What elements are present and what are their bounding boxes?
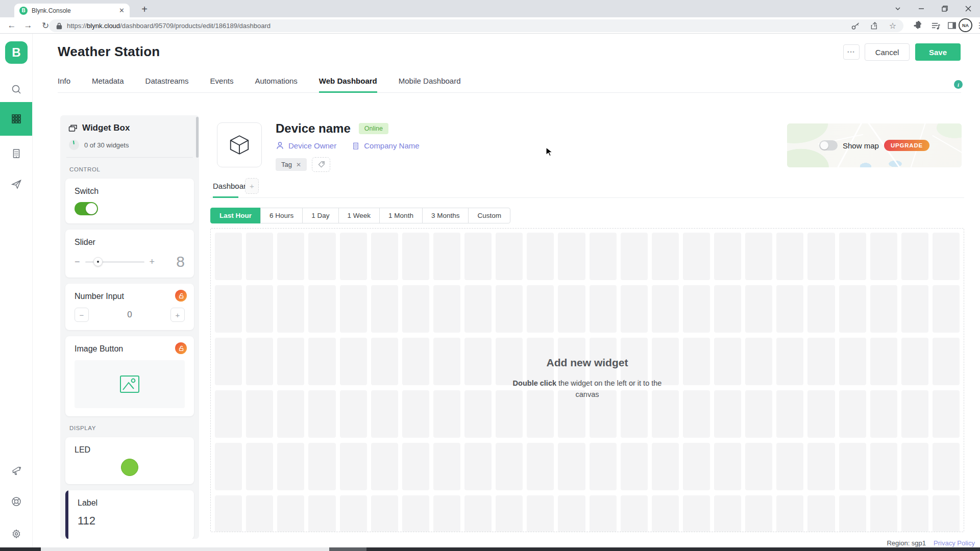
tag-remove-icon[interactable]: ✕ — [296, 161, 301, 168]
grid-cell — [714, 233, 741, 280]
new-tab-button[interactable]: + — [138, 3, 151, 16]
browser-tabbar: B Blynk.Console ✕ + — [0, 0, 980, 17]
widget-card-switch[interactable]: Switch — [65, 179, 194, 223]
slider-thumb[interactable] — [93, 257, 103, 266]
grid-cell — [215, 390, 242, 438]
grid-cell — [807, 285, 835, 333]
forward-icon[interactable]: → — [21, 19, 35, 32]
device-name: Device name — [276, 121, 351, 136]
grid-cell — [340, 338, 367, 385]
sidebar-item-templates[interactable] — [0, 102, 32, 136]
range-6-hours[interactable]: 6 Hours — [260, 208, 303, 223]
device-owner-link[interactable]: Device Owner — [288, 141, 336, 150]
range-3-months[interactable]: 3 Months — [422, 208, 469, 223]
grid-cell — [590, 233, 617, 280]
grid-cell — [652, 443, 679, 490]
browser-tab[interactable]: B Blynk.Console ✕ — [14, 4, 130, 17]
range-custom[interactable]: Custom — [468, 208, 510, 223]
widget-card-image-button[interactable]: Image Button — [65, 336, 194, 416]
device-image-placeholder[interactable] — [217, 122, 262, 167]
window-restore-icon[interactable] — [933, 0, 957, 17]
address-bar[interactable]: https://blynk.cloud/dashboard/95709/prod… — [49, 19, 903, 32]
sidebar-item-settings[interactable] — [0, 522, 32, 546]
grid-cell — [215, 233, 242, 280]
slider-track[interactable] — [85, 261, 144, 263]
widget-card-slider[interactable]: Slider − + 8 — [65, 230, 194, 278]
grid-cell — [807, 390, 835, 438]
browser-menu-icon[interactable]: ⋮ — [973, 19, 980, 32]
grid-cell — [745, 495, 772, 532]
back-icon[interactable]: ← — [5, 19, 18, 32]
company-icon — [352, 142, 360, 150]
tab-mobile-dashboard[interactable]: Mobile Dashboard — [399, 77, 461, 92]
upgrade-badge[interactable]: UPGRADE — [884, 140, 929, 151]
dashboard-canvas[interactable]: Add new widget Double click the widget o… — [210, 228, 964, 532]
password-key-icon[interactable] — [851, 21, 860, 31]
grid-cell — [839, 495, 866, 532]
switch-toggle[interactable] — [75, 202, 98, 215]
grid-cell — [590, 285, 617, 333]
grid-cell — [745, 390, 772, 438]
add-dashboard-tab-button[interactable]: + — [245, 178, 259, 194]
tab-metadata[interactable]: Metadata — [92, 77, 124, 92]
grid-cell — [433, 390, 460, 438]
extensions-puzzle-icon[interactable] — [912, 19, 925, 32]
share-icon[interactable] — [870, 21, 879, 30]
sidebar-item-campaigns[interactable] — [0, 172, 32, 196]
range-1-month[interactable]: 1 Month — [379, 208, 423, 223]
add-tag-button[interactable] — [312, 157, 330, 172]
grid-cell — [464, 338, 492, 385]
tab-automations[interactable]: Automations — [255, 77, 297, 92]
save-button[interactable]: Save — [915, 43, 961, 61]
more-options-button[interactable]: ••• — [843, 44, 860, 60]
slider-minus[interactable]: − — [75, 257, 80, 267]
sidebar-item-support[interactable] — [0, 490, 32, 513]
sidebar-item-organization[interactable] — [0, 142, 32, 165]
show-map-toggle[interactable] — [819, 140, 838, 151]
tab-close-icon[interactable]: ✕ — [119, 7, 125, 14]
tag-chip[interactable]: Tag✕ — [276, 158, 307, 171]
window-chevron-icon[interactable] — [886, 0, 910, 17]
range-1-day[interactable]: 1 Day — [302, 208, 338, 223]
tab-datastreams[interactable]: Datastreams — [145, 77, 189, 92]
tab-info[interactable]: Info — [58, 77, 70, 92]
grid-cell — [683, 443, 710, 490]
grid-cell — [590, 390, 617, 438]
grid-cell — [776, 443, 803, 490]
grid-cell — [776, 285, 803, 333]
cube-icon — [228, 133, 251, 157]
grid-cell — [464, 233, 492, 280]
number-plus-button[interactable]: + — [170, 308, 185, 322]
number-minus-button[interactable]: − — [75, 308, 89, 322]
widget-card-number-input[interactable]: Number Input − 0 + — [65, 284, 194, 330]
tab-web-dashboard[interactable]: Web Dashboard — [319, 77, 377, 92]
window-close-icon[interactable] — [957, 0, 980, 17]
browser-profile-avatar[interactable]: NA — [959, 18, 972, 32]
privacy-policy-link[interactable]: Privacy Policy — [934, 539, 975, 547]
sidebar-item-announcements[interactable] — [0, 459, 32, 483]
grid-cell — [433, 285, 460, 333]
widget-card-label[interactable]: Label 112 — [65, 490, 194, 539]
company-name-link[interactable]: Company Name — [364, 141, 419, 150]
led-indicator — [121, 459, 138, 476]
horizontal-scrollbar[interactable] — [0, 547, 980, 551]
slider-plus[interactable]: + — [150, 257, 155, 267]
tab-events[interactable]: Events — [210, 77, 234, 92]
range-last-hour[interactable]: Last Hour — [210, 208, 261, 223]
blynk-logo[interactable]: B — [5, 41, 28, 64]
info-icon[interactable]: i — [954, 80, 963, 89]
grid-cell — [714, 338, 741, 385]
sidebar-item-search[interactable] — [0, 78, 32, 101]
widget-card-led[interactable]: LED — [65, 437, 194, 484]
bookmark-star-icon[interactable]: ☆ — [889, 21, 896, 31]
side-panel-icon[interactable] — [945, 19, 959, 32]
cancel-button[interactable]: Cancel — [865, 43, 910, 61]
window-minimize-icon[interactable] — [910, 0, 933, 17]
grid-cell — [277, 285, 304, 333]
grid-cell — [308, 233, 335, 280]
range-1-week[interactable]: 1 Week — [338, 208, 380, 223]
grid-cell — [308, 285, 335, 333]
grid-cell — [558, 233, 585, 280]
media-playlist-icon[interactable] — [929, 19, 942, 32]
widget-panel-scrollbar[interactable] — [196, 117, 199, 158]
